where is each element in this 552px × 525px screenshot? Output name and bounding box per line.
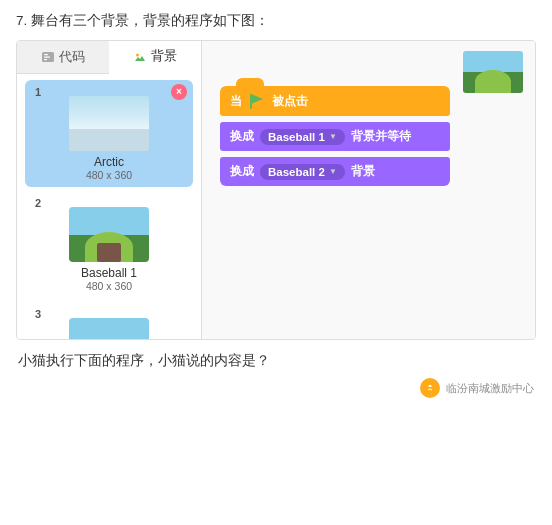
when-label: 当: [230, 93, 242, 110]
row2-prefix: 换成: [230, 163, 254, 180]
backdrop-thumb-baseball1: [69, 207, 149, 262]
tab-backdrops-label: 背景: [151, 48, 177, 65]
tabs-row: 代码 背景: [17, 41, 201, 74]
tab-backdrops[interactable]: 背景: [109, 41, 201, 74]
block-event-flag: 当 被点击: [220, 86, 450, 116]
backdrop-size-arctic: 480 x 360: [86, 169, 132, 181]
code-icon: [41, 50, 55, 64]
backdrop-close-1[interactable]: ×: [171, 84, 187, 100]
row1-dropdown-value: Baseball 1: [268, 131, 325, 143]
svg-rect-3: [44, 59, 47, 60]
svg-rect-1: [44, 54, 48, 55]
branding-icon: [420, 378, 440, 398]
scratch-right-panel: 当 被点击 换成 Baseball 1 ▼ 背景并等待: [202, 41, 535, 339]
scratch-left-panel: 代码 背景 1 × Arctic: [17, 41, 202, 339]
row1-dropdown[interactable]: Baseball 1 ▼: [260, 129, 345, 145]
backdrop-number-2: 2: [35, 197, 41, 209]
row1-suffix: 背景并等待: [351, 128, 411, 145]
backdrop-number-1: 1: [35, 86, 41, 98]
block-row-2: 换成 Baseball 2 ▼ 背景: [220, 157, 450, 186]
stage-preview-thumb: [463, 51, 523, 93]
flag-block-icon: [248, 92, 266, 110]
event-label: 被点击: [272, 93, 308, 110]
backdrop-name-arctic: Arctic: [94, 155, 124, 169]
row1-prefix: 换成: [230, 128, 254, 145]
row2-suffix: 背景: [351, 163, 375, 180]
scratch-ui: 代码 背景 1 × Arctic: [16, 40, 536, 340]
backdrops-list: 1 × Arctic 480 x 360 2 Baseball 1 480 x …: [17, 74, 201, 339]
backdrop-item-baseball1[interactable]: 2 Baseball 1 480 x 360: [25, 191, 193, 298]
question-header: 7. 舞台有三个背景，背景的程序如下图：: [16, 12, 536, 30]
footer-branding: 临汾南城激励中心: [18, 378, 534, 398]
backdrop-item-baseball2[interactable]: 3 Baseball 2 480 x 360: [25, 302, 193, 339]
row2-dropdown-value: Baseball 2: [268, 166, 325, 178]
tab-code-label: 代码: [59, 49, 85, 66]
backdrop-name-baseball1: Baseball 1: [81, 266, 137, 280]
backdrop-size-baseball1: 480 x 360: [86, 280, 132, 292]
tab-code[interactable]: 代码: [17, 41, 109, 73]
backdrop-thumb-baseball2: [69, 318, 149, 339]
footer-question: 小猫执行下面的程序，小猫说的内容是？: [18, 352, 534, 370]
blocks-area: 当 被点击 换成 Baseball 1 ▼ 背景并等待: [220, 86, 450, 186]
row2-dropdown-arrow: ▼: [329, 167, 337, 176]
backdrop-thumb-arctic: [69, 96, 149, 151]
page-container: 7. 舞台有三个背景，背景的程序如下图： 代码: [0, 0, 552, 525]
row2-dropdown[interactable]: Baseball 2 ▼: [260, 164, 345, 180]
branding-logo-icon: [424, 382, 436, 394]
svg-rect-6: [250, 94, 252, 109]
svg-point-4: [136, 53, 139, 56]
block-row-1: 换成 Baseball 1 ▼ 背景并等待: [220, 122, 450, 151]
svg-marker-5: [251, 94, 263, 104]
svg-rect-2: [44, 57, 50, 58]
backdrop-icon: [133, 50, 147, 64]
svg-point-7: [425, 383, 435, 393]
row1-dropdown-arrow: ▼: [329, 132, 337, 141]
branding-text: 临汾南城激励中心: [446, 381, 534, 396]
backdrop-item-arctic[interactable]: 1 × Arctic 480 x 360: [25, 80, 193, 187]
backdrop-number-3: 3: [35, 308, 41, 320]
footer-section: 小猫执行下面的程序，小猫说的内容是？ 临汾南城激励中心: [16, 352, 536, 398]
